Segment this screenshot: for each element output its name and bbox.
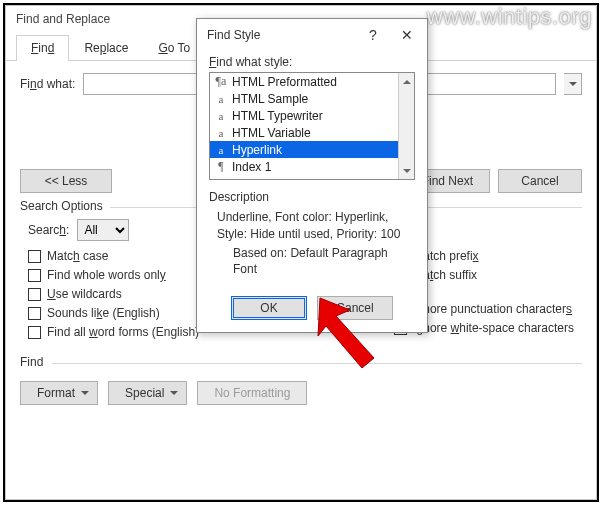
ok-button[interactable]: OK xyxy=(231,296,307,320)
style-icon: ¶a xyxy=(214,74,228,89)
find-style-dialog: Find Style ? ✕ Find what style: ¶aHTML P… xyxy=(196,18,428,333)
style-list-item[interactable]: aHTML Sample xyxy=(210,90,398,107)
style-item-label: HTML Sample xyxy=(232,92,308,106)
arrow-down-icon xyxy=(403,169,411,177)
style-list-label: Find what style: xyxy=(209,55,415,69)
arrow-up-icon xyxy=(403,76,411,84)
modal-cancel-button[interactable]: Cancel xyxy=(317,296,393,320)
style-icon: a xyxy=(214,93,228,105)
style-item-label: HTML Typewriter xyxy=(232,109,323,123)
scroll-down-button[interactable] xyxy=(399,163,414,179)
style-item-label: HTML Preformatted xyxy=(232,75,337,89)
style-item-label: Index 1 xyxy=(232,160,271,174)
style-list-item[interactable]: aHTML Variable xyxy=(210,124,398,141)
modal-title: Find Style xyxy=(207,28,260,42)
scroll-up-button[interactable] xyxy=(399,73,414,89)
description-line-2: Based on: Default Paragraph Font xyxy=(209,243,415,279)
style-list-item[interactable]: ¶Index 1 xyxy=(210,158,398,175)
close-icon[interactable]: ✕ xyxy=(395,25,419,45)
style-item-label: HTML Variable xyxy=(232,126,311,140)
style-list-item[interactable]: aHTML Typewriter xyxy=(210,107,398,124)
style-icon: ¶ xyxy=(214,159,228,174)
style-icon: a xyxy=(214,127,228,139)
modal-titlebar: Find Style ? ✕ xyxy=(197,19,427,49)
style-icon: a xyxy=(214,144,228,156)
style-list-item[interactable]: aHyperlink xyxy=(210,141,398,158)
style-listbox[interactable]: ¶aHTML PreformattedaHTML SampleaHTML Typ… xyxy=(209,72,415,180)
scrollbar[interactable] xyxy=(398,73,414,179)
style-icon: a xyxy=(214,110,228,122)
description-line-1: Underline, Font color: Hyperlink, Style:… xyxy=(209,207,415,243)
help-icon[interactable]: ? xyxy=(361,25,385,45)
style-item-label: Hyperlink xyxy=(232,143,282,157)
style-list-item[interactable]: ¶aHTML Preformatted xyxy=(210,73,398,90)
description-label: Description xyxy=(209,190,415,204)
